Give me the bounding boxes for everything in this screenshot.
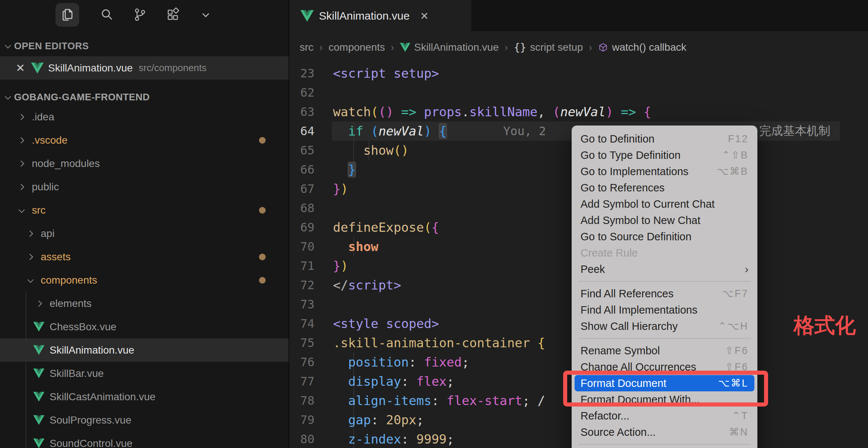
breadcrumb-item-label: components [329, 41, 385, 53]
open-editor-item[interactable]: ✕ SkillAnimation.vue src/components [0, 56, 289, 80]
chevron-right-icon [24, 231, 36, 236]
tree-item-soulprogress-vue[interactable]: SoulProgress.vue [0, 408, 289, 432]
chevron-down-icon[interactable] [194, 3, 218, 27]
menu-item-add-symbol-to-new-chat[interactable]: Add Symbol to New Chat [575, 212, 754, 228]
menu-item-peek[interactable]: Peek› [575, 261, 754, 277]
vue-icon [33, 415, 45, 425]
vue-icon [31, 63, 44, 74]
tree-item-soundcontrol-vue[interactable]: SoundControl.vue [0, 432, 289, 448]
vue-icon [400, 43, 410, 52]
code-line-23[interactable]: 23<script setup> [289, 64, 868, 83]
menu-item-source-action[interactable]: Source Action...⌘N [575, 424, 754, 440]
menu-item-go-to-source-definition[interactable]: Go to Source Definition [575, 228, 754, 245]
code-line-text: watch(() => props.skillName, (newVal) =>… [333, 104, 651, 119]
menu-item-label: Find All References [581, 288, 673, 300]
menu-item-label: Rename Symbol [581, 345, 660, 357]
code-line-text: gap: 20px; [333, 412, 424, 427]
breadcrumb-separator-icon: › [505, 42, 508, 53]
menu-item-shortcut: ⌥⌘B [717, 166, 748, 177]
annotation-label: 格式化 [794, 312, 856, 340]
tree-item-skillcastanimation-vue[interactable]: SkillCastAnimation.vue [0, 385, 289, 408]
line-number: 76 [289, 355, 333, 369]
menu-item-rename-symbol[interactable]: Rename Symbol⇧F6 [575, 342, 754, 359]
tree-item-label: SkillAnimation.vue [50, 344, 134, 356]
menu-item-label: Go to Definition [581, 133, 655, 145]
menu-item-label: Refactor... [581, 410, 629, 422]
breadcrumb-item-watch-callback[interactable]: watch() callback [598, 41, 686, 53]
code-line-text: show() [333, 143, 409, 158]
chevron-right-icon [15, 115, 27, 119]
tree-item-label: .idea [32, 111, 54, 123]
menu-item-refactor[interactable]: Refactor...⌃T [575, 408, 754, 424]
tree-item-components[interactable]: components [0, 268, 289, 292]
tree-item-elements[interactable]: elements [0, 292, 289, 315]
line-number: 23 [289, 66, 333, 80]
breadcrumb-item-skillanimation-vue[interactable]: SkillAnimation.vue [400, 41, 499, 53]
search-icon[interactable] [95, 3, 119, 27]
tree-item-skillbar-vue[interactable]: SkillBar.vue [0, 362, 289, 385]
modified-dot-icon [259, 254, 266, 260]
code-line-63[interactable]: 63watch(() => props.skillName, (newVal) … [289, 102, 868, 121]
line-number: 73 [289, 297, 333, 311]
chevron-right-icon [24, 255, 36, 259]
menu-item-go-to-type-definition[interactable]: Go to Type Definition⌃⇧B [575, 147, 754, 163]
menu-item-go-to-definition[interactable]: Go to DefinitionF12 [575, 131, 754, 147]
tree-item-src[interactable]: src [0, 198, 289, 222]
breadcrumb-item-label: SkillAnimation.vue [414, 41, 499, 53]
menu-item-shortcut: ⇧F6 [725, 345, 748, 357]
line-number: 75 [289, 336, 333, 350]
breadcrumb-separator-icon: › [391, 42, 394, 53]
vue-icon [300, 10, 314, 22]
extensions-icon[interactable] [161, 3, 185, 27]
breadcrumb-item-components[interactable]: components [329, 41, 385, 53]
tree-item-label: assets [41, 251, 71, 263]
menu-item-shortcut: ⌃T [732, 410, 748, 422]
tree-item-api[interactable]: api [0, 222, 289, 245]
explorer-icon[interactable] [55, 3, 79, 27]
tree-item-label: src [32, 204, 46, 216]
source-control-icon[interactable] [128, 3, 152, 27]
menu-item-go-to-implementations[interactable]: Go to Implementations⌥⌘B [575, 163, 754, 180]
chevron-down-icon [15, 208, 27, 213]
breadcrumb-item-script-setup[interactable]: {}script setup [514, 41, 583, 54]
project-name-label: GOBANG-GAME-FRONTEND [14, 91, 150, 103]
line-number: 77 [289, 374, 333, 388]
breadcrumb-separator-icon: › [589, 42, 592, 53]
vscode-window: OPEN EDITORS ✕ SkillAnimation.vue src/co… [0, 0, 868, 448]
modified-dot-icon [259, 277, 266, 284]
menu-item-add-symbol-to-current-chat[interactable]: Add Symbol to Current Chat [575, 196, 754, 212]
close-icon[interactable]: ✕ [15, 61, 26, 74]
open-editors-header[interactable]: OPEN EDITORS [0, 38, 289, 54]
menu-item-find-all-references[interactable]: Find All References⌥F7 [575, 285, 754, 302]
tree-item-skillanimation-vue[interactable]: SkillAnimation.vue [0, 338, 289, 362]
submenu-chevron-icon: › [745, 263, 748, 275]
tree-item-label: api [41, 228, 54, 240]
menu-item-find-all-implementations[interactable]: Find All Implementations [575, 302, 754, 318]
line-number: 78 [289, 394, 333, 408]
tree-item-public[interactable]: public [0, 175, 289, 198]
tree-item--idea[interactable]: .idea [0, 105, 289, 128]
chevron-right-icon [15, 138, 27, 143]
close-icon[interactable]: ✕ [420, 10, 428, 22]
menu-item-show-call-hierarchy[interactable]: Show Call Hierarchy⌃⌥H [575, 318, 754, 334]
menu-item-label: Create Rule [581, 247, 638, 259]
menu-item-go-to-references[interactable]: Go to References [575, 180, 754, 196]
breadcrumb-item-src[interactable]: src [300, 41, 313, 53]
tree-item-node-modules[interactable]: node_modules [0, 152, 289, 175]
code-line-text: }) [333, 258, 348, 273]
tab-skillanimation[interactable]: SkillAnimation.vue ✕ [289, 0, 471, 32]
tree-item--vscode[interactable]: .vscode [0, 128, 289, 152]
code-line-text: <script setup> [333, 66, 439, 81]
line-number: 80 [289, 432, 333, 446]
menu-item-label: Add Symbol to New Chat [581, 214, 700, 227]
menu-item-create-rule: Create Rule [575, 245, 754, 261]
open-editor-file: SkillAnimation.vue [48, 62, 133, 74]
code-line-62[interactable]: 62 [289, 83, 868, 102]
tree-item-assets[interactable]: assets [0, 245, 289, 268]
project-header[interactable]: GOBANG-GAME-FRONTEND [0, 89, 289, 105]
chevron-down-icon [5, 42, 11, 49]
tree-item-chessbox-vue[interactable]: ChessBox.vue [0, 315, 289, 338]
menu-separator [578, 338, 751, 339]
menu-item-shortcut: ⌥F7 [722, 288, 748, 300]
line-number: 79 [289, 413, 333, 427]
